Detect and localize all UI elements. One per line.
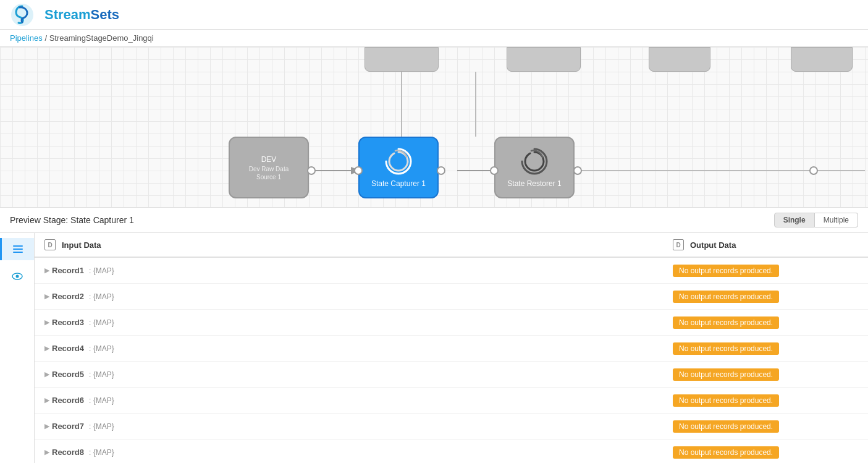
restorer-icon xyxy=(519,146,550,177)
record-type: : {MAP} xyxy=(89,318,114,327)
output-icon: D xyxy=(673,239,684,250)
connector-far-right xyxy=(809,166,818,175)
svg-point-10 xyxy=(15,275,19,278)
sidebar-icons xyxy=(0,233,35,463)
stage-capturer-label: State Capturer 1 xyxy=(369,178,428,189)
input-icon: D xyxy=(44,239,56,250)
table-row: ▶ Record6 : {MAP} No output records prod… xyxy=(35,388,868,414)
app-header: StreamSets xyxy=(0,0,868,30)
main-area: D Input Data D Output Data ▶ Record1 : {… xyxy=(0,233,868,463)
table-row: ▶ Record7 : {MAP} No output records prod… xyxy=(35,414,868,440)
output-cell: No output records produced. xyxy=(673,368,858,381)
stage-dev-sublabel: Dev Raw DataSource 1 xyxy=(245,165,292,181)
input-data-header: D Input Data xyxy=(44,239,673,250)
expand-icon[interactable]: ▶ xyxy=(44,318,49,326)
table-row: ▶ Record1 : {MAP} No output records prod… xyxy=(35,258,868,284)
multiple-button[interactable]: Multiple xyxy=(815,213,858,227)
record-name: Record2 xyxy=(52,292,84,301)
table-row: ▶ Record8 : {MAP} No output records prod… xyxy=(35,440,868,463)
top-node-3 xyxy=(649,47,710,72)
record-cell: ▶ Record1 : {MAP} xyxy=(44,266,673,275)
records-container: ▶ Record1 : {MAP} No output records prod… xyxy=(35,258,868,463)
record-cell: ▶ Record8 : {MAP} xyxy=(44,448,673,457)
record-type: : {MAP} xyxy=(89,396,114,405)
pipeline-canvas: DEV Dev Raw DataSource 1 State Capturer … xyxy=(0,47,868,208)
no-output-badge: No output records produced. xyxy=(673,420,779,433)
expand-icon[interactable]: ▶ xyxy=(44,292,49,300)
pipeline-name: StreamingStageDemo_Jingqi xyxy=(49,33,154,43)
expand-icon[interactable]: ▶ xyxy=(44,448,49,456)
preview-stage-title: Preview Stage: State Capturer 1 xyxy=(10,215,134,225)
record-name: Record5 xyxy=(52,370,84,379)
record-cell: ▶ Record6 : {MAP} xyxy=(44,396,673,405)
record-name: Record1 xyxy=(52,266,84,275)
list-icon xyxy=(12,243,24,255)
table-row: ▶ Record2 : {MAP} No output records prod… xyxy=(35,284,868,310)
output-cell: No output records produced. xyxy=(673,420,858,433)
record-type: : {MAP} xyxy=(89,448,114,457)
record-cell: ▶ Record5 : {MAP} xyxy=(44,370,673,379)
record-name: Record4 xyxy=(52,344,84,353)
no-output-badge: No output records produced. xyxy=(673,316,779,329)
stage-dev[interactable]: DEV Dev Raw DataSource 1 xyxy=(229,137,309,198)
no-output-badge: No output records produced. xyxy=(673,265,779,277)
output-cell: No output records produced. xyxy=(673,316,858,329)
record-type: : {MAP} xyxy=(89,344,114,353)
record-cell: ▶ Record3 : {MAP} xyxy=(44,318,673,327)
connector-restorer-in xyxy=(490,166,499,175)
logo-stream: Stream xyxy=(44,7,91,22)
connector-restorer-out xyxy=(573,166,582,175)
list-view-button[interactable] xyxy=(0,238,34,260)
output-cell: No output records produced. xyxy=(673,394,858,407)
table-row: ▶ Record4 : {MAP} No output records prod… xyxy=(35,336,868,362)
no-output-badge: No output records produced. xyxy=(673,446,779,459)
view-toggle: Single Multiple xyxy=(774,213,858,227)
no-output-badge: No output records produced. xyxy=(673,291,779,303)
record-type: : {MAP} xyxy=(89,370,114,379)
top-node-2 xyxy=(507,47,581,72)
record-name: Record3 xyxy=(52,318,84,327)
expand-icon[interactable]: ▶ xyxy=(44,344,49,352)
single-button[interactable]: Single xyxy=(774,213,815,227)
top-node-1 xyxy=(364,47,439,72)
connector-capturer-in xyxy=(354,166,363,175)
expand-icon[interactable]: ▶ xyxy=(44,370,49,378)
stage-restorer-label: State Restorer 1 xyxy=(505,178,563,189)
stage-dev-label: DEV xyxy=(259,154,279,165)
expand-icon[interactable]: ▶ xyxy=(44,396,49,404)
output-data-header: D Output Data xyxy=(673,239,858,250)
breadcrumb: Pipelines / StreamingStageDemo_Jingqi xyxy=(0,30,868,47)
record-cell: ▶ Record4 : {MAP} xyxy=(44,344,673,353)
record-name: Record8 xyxy=(52,448,84,457)
expand-icon[interactable]: ▶ xyxy=(44,422,49,430)
breadcrumb-separator: / xyxy=(44,33,49,43)
capturer-icon xyxy=(383,146,414,177)
svg-rect-6 xyxy=(13,245,23,247)
logo-text: StreamSets xyxy=(44,7,119,23)
logo-area: StreamSets xyxy=(10,2,119,27)
table-row: ▶ Record5 : {MAP} No output records prod… xyxy=(35,362,868,388)
eye-icon xyxy=(11,270,23,282)
stage-capturer[interactable]: State Capturer 1 xyxy=(358,137,439,198)
data-header: D Input Data D Output Data xyxy=(35,233,868,258)
data-panel: D Input Data D Output Data ▶ Record1 : {… xyxy=(35,233,868,463)
logo-sets: Sets xyxy=(91,7,119,22)
connector-capturer-out xyxy=(437,166,445,175)
stage-restorer[interactable]: State Restorer 1 xyxy=(494,137,575,198)
output-cell: No output records produced. xyxy=(673,446,858,459)
record-cell: ▶ Record2 : {MAP} xyxy=(44,292,673,301)
logo-icon xyxy=(10,2,35,27)
output-header-label: Output Data xyxy=(690,240,736,250)
expand-icon[interactable]: ▶ xyxy=(44,266,49,274)
record-name: Record6 xyxy=(52,396,84,405)
output-cell: No output records produced. xyxy=(673,342,858,355)
pipelines-link[interactable]: Pipelines xyxy=(10,33,43,43)
output-cell: No output records produced. xyxy=(673,265,858,277)
record-cell: ▶ Record7 : {MAP} xyxy=(44,422,673,431)
top-node-4 xyxy=(791,47,853,72)
no-output-badge: No output records produced. xyxy=(673,394,779,407)
eye-view-button[interactable] xyxy=(6,265,28,287)
record-type: : {MAP} xyxy=(89,292,114,301)
record-type: : {MAP} xyxy=(89,266,114,275)
record-name: Record7 xyxy=(52,422,84,431)
